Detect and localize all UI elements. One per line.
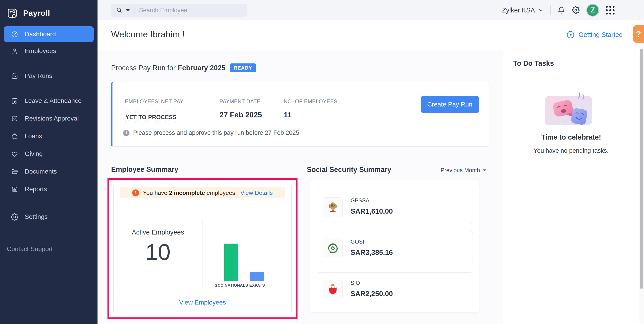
status-badge: READY	[230, 63, 256, 72]
incomplete-warning-banner: ! You have 2 incomplete employees. View …	[120, 187, 285, 198]
bar-expats	[250, 272, 264, 281]
sidebar-item-pay-runs[interactable]: Pay Runs	[0, 67, 98, 85]
todo-subtext: You have no pending tasks.	[503, 147, 639, 154]
person-icon	[11, 47, 18, 55]
settings-button[interactable]	[572, 6, 580, 14]
chevron-down-icon	[538, 7, 544, 13]
view-employees-link[interactable]: View Employees	[114, 299, 292, 306]
sidebar-item-employees[interactable]: Employees	[0, 42, 98, 60]
social-security-title: Social Security Summary	[307, 166, 391, 174]
employee-summary-title: Employee Summary	[111, 165, 178, 174]
list-item-gosi[interactable]: GOSI SAR3,385.16	[317, 231, 473, 265]
employee-bar-chart: GCC NATIONALS EXPATS	[209, 211, 284, 290]
view-details-link[interactable]: View Details	[240, 189, 273, 196]
page-title: Welcome Ibrahim !	[111, 29, 184, 39]
employee-count-label: NO. OF EMPLOYEES	[284, 99, 338, 105]
gpssa-name: GPSSA	[350, 197, 370, 204]
create-pay-run-button[interactable]: Create Pay Run	[421, 96, 479, 113]
sidebar-item-revisions-approval[interactable]: Revisions Approval	[0, 110, 98, 127]
payrun-period: February 2025	[178, 64, 226, 72]
sidebar-item-label: Employees	[25, 47, 56, 55]
filter-caret-icon	[483, 169, 486, 171]
sio-logo-tile	[323, 280, 343, 299]
search-input[interactable]	[139, 7, 236, 14]
bar-chart-icon	[11, 186, 18, 193]
sidebar-item-label: Dashboard	[25, 30, 56, 38]
search-bar[interactable]	[111, 4, 247, 17]
notifications-button[interactable]	[558, 6, 565, 14]
sidebar-item-dashboard[interactable]: Dashboard	[4, 26, 94, 42]
celebration-illustration	[545, 91, 598, 126]
search-divider	[134, 6, 134, 14]
sidebar-item-label: Pay Runs	[25, 72, 52, 79]
employee-card-hdivider	[118, 293, 287, 294]
payrun-card: EMPLOYEES' NET PAY YET TO PROCESS PAYMEN…	[111, 82, 489, 147]
gpssa-amount: SAR1,610.00	[350, 207, 393, 216]
sidebar-item-loans[interactable]: Loans	[0, 127, 98, 145]
payroll-logo-icon	[7, 8, 18, 18]
org-name: Zylker KSA	[502, 6, 535, 14]
dashboard-icon	[11, 30, 18, 38]
uae-emblem-icon	[327, 201, 339, 213]
active-employees-count: 10	[114, 239, 202, 265]
bell-icon	[558, 6, 565, 14]
search-icon	[116, 7, 122, 13]
employee-summary-highlight: ! You have 2 incomplete employees. View …	[108, 178, 298, 319]
app-logo: Payroll	[0, 0, 98, 21]
app-grid-icon[interactable]	[606, 6, 614, 14]
list-item-sio[interactable]: SIO SAR2,250.00	[317, 272, 473, 306]
gear-icon	[11, 213, 18, 221]
list-item-gpssa[interactable]: GPSSA SAR1,610.00	[317, 190, 473, 224]
sidebar-item-label: Revisions Approval	[25, 115, 79, 122]
social-security-card: GPSSA SAR1,610.00 GOSI SAR3,385.16	[310, 179, 479, 313]
sidebar-item-giving[interactable]: Giving	[0, 145, 98, 163]
sidebar-item-documents[interactable]: Documents	[0, 163, 98, 180]
help-button[interactable]: ?	[633, 25, 644, 43]
active-employees-label: Active Employees	[114, 229, 202, 236]
info-icon: i	[123, 130, 130, 136]
topbar: Zylker KSA Z	[98, 0, 644, 20]
gosi-logo-icon	[327, 242, 339, 254]
gosi-amount: SAR3,385.16	[350, 249, 393, 257]
payrun-section-title: Process Pay Run for February 2025 READY	[111, 63, 256, 72]
sidebar-item-leave-attendance[interactable]: Leave & Attendance	[0, 92, 98, 110]
scrollbar-thumb[interactable]	[640, 49, 643, 289]
gosi-name: GOSI	[350, 239, 364, 245]
check-square-icon	[11, 115, 18, 122]
contact-support-link[interactable]: Contact Support	[7, 245, 98, 253]
bar-label-expats: EXPATS	[239, 283, 275, 288]
payment-date-value: 27 Feb 2025	[220, 111, 262, 119]
sidebar-item-label: Settings	[25, 213, 48, 221]
employee-card-divider	[202, 218, 202, 289]
employee-count-value: 11	[284, 111, 338, 119]
sidebar-nav: Dashboard Employees Pay Runs Leave & Att…	[0, 26, 98, 226]
sidebar-item-reports[interactable]: Reports	[0, 180, 98, 198]
bahrain-emblem-icon	[327, 284, 339, 296]
todo-divider	[503, 74, 639, 74]
period-filter-dropdown[interactable]: Previous Month	[440, 167, 486, 174]
gear-icon	[572, 6, 580, 14]
todo-panel: To Do Tasks	[503, 50, 639, 324]
org-switcher[interactable]: Zylker KSA	[502, 6, 544, 14]
search-scope-caret-icon[interactable]	[126, 9, 130, 11]
employee-summary-card: ! You have 2 incomplete employees. View …	[114, 184, 292, 313]
sidebar-item-settings[interactable]: Settings	[0, 208, 98, 226]
sio-name: SIO	[350, 280, 360, 286]
sidebar: Payroll Dashboard Employees Pay Runs Lea…	[0, 0, 98, 324]
payrun-note: Please process and approve this pay run …	[133, 129, 299, 136]
play-icon	[566, 30, 575, 39]
gosi-logo-tile	[323, 239, 343, 258]
payrun-card-divider	[203, 95, 203, 128]
sidebar-divider	[6, 238, 91, 238]
heart-icon	[11, 150, 18, 158]
welcome-band: Welcome Ibrahim ! Getting Started	[98, 20, 639, 50]
scrollbar-track[interactable]	[639, 20, 644, 324]
net-pay-value: YET TO PROCESS	[125, 110, 177, 125]
folder-icon	[11, 168, 18, 175]
avatar[interactable]: Z	[586, 4, 599, 16]
getting-started-link[interactable]: Getting Started	[566, 30, 623, 39]
sidebar-item-label: Leave & Attendance	[25, 97, 82, 104]
topbar-divider	[550, 5, 550, 15]
period-filter-value: Previous Month	[440, 167, 480, 174]
warning-icon: !	[132, 189, 139, 196]
